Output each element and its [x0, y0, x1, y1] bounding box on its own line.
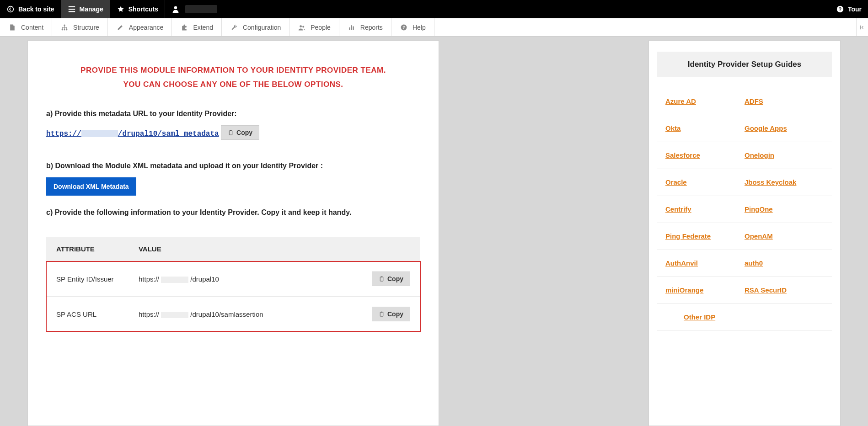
hierarchy-icon — [60, 23, 69, 32]
svg-rect-19 — [380, 312, 383, 316]
guide-link-openam[interactable]: OpenAM — [745, 232, 773, 240]
admin-toolbar-top: Back to site Manage Shortcuts ? Tour — [0, 0, 868, 18]
menu-structure[interactable]: Structure — [52, 18, 108, 36]
idp-guides-list: Azure ADADFS OktaGoogle Apps SalesforceO… — [649, 88, 840, 330]
table-header-attribute: ATTRIBUTE — [46, 237, 129, 261]
back-to-site-label: Back to site — [18, 5, 54, 13]
help-circle-icon: ? — [836, 5, 844, 13]
download-xml-button[interactable]: Download XML Metadata — [46, 177, 136, 196]
svg-rect-16 — [230, 130, 232, 131]
guide-link-jboss-keycloak[interactable]: Jboss Keycloak — [745, 178, 796, 186]
username-redacted — [185, 5, 217, 13]
svg-point-5 — [62, 29, 63, 30]
attr-value: https:// /drupal10 — [139, 275, 219, 283]
manage-link[interactable]: Manage — [61, 0, 110, 18]
menu-help-label: Help — [413, 24, 426, 31]
svg-point-8 — [300, 25, 302, 27]
guide-link-miniorange[interactable]: miniOrange — [665, 286, 703, 294]
guide-link-salesforce[interactable]: Salesforce — [665, 151, 700, 159]
guide-link-other-idp[interactable]: Other IDP — [684, 313, 715, 321]
wrench-icon — [230, 23, 238, 32]
menu-extend-label: Extend — [193, 24, 213, 31]
toolbar-orientation-toggle[interactable] — [856, 18, 868, 36]
back-to-site-link[interactable]: Back to site — [0, 0, 61, 18]
svg-point-7 — [66, 29, 67, 30]
page-body: PROVIDE THIS MODULE INFORMATION TO YOUR … — [0, 37, 868, 426]
clipboard-icon — [379, 311, 385, 317]
table-row: SP Entity ID/Issuer https:// /drupal10 C… — [46, 261, 420, 297]
clipboard-icon — [228, 130, 234, 136]
menu-content[interactable]: Content — [0, 18, 52, 36]
svg-rect-10 — [349, 27, 350, 30]
url-redacted — [81, 130, 118, 137]
svg-point-1 — [174, 6, 177, 9]
idp-guides-card: Identity Provider Setup Guides Azure ADA… — [648, 40, 841, 426]
guide-link-google-apps[interactable]: Google Apps — [745, 124, 787, 132]
attr-name: SP Entity ID/Issuer — [46, 261, 129, 297]
sp-attributes-table: ATTRIBUTE VALUE SP Entity ID/Issuer http… — [46, 237, 420, 331]
svg-point-9 — [302, 26, 304, 27]
chevron-left-circle-icon — [6, 5, 15, 13]
menu-structure-label: Structure — [73, 24, 99, 31]
svg-rect-12 — [353, 26, 354, 30]
guide-link-ping-federate[interactable]: Ping Federate — [665, 232, 711, 240]
svg-text:?: ? — [839, 7, 841, 12]
menu-configuration[interactable]: Configuration — [222, 18, 289, 36]
svg-point-6 — [64, 29, 65, 30]
menu-extend[interactable]: Extend — [172, 18, 222, 36]
people-icon — [298, 23, 306, 32]
help-icon: ? — [400, 23, 408, 32]
guide-link-onelogin[interactable]: Onelogin — [745, 151, 774, 159]
tour-link[interactable]: ? Tour — [830, 0, 868, 18]
menu-reports[interactable]: Reports — [339, 18, 391, 36]
metadata-url-link[interactable]: https:///drupal10/saml_metadata — [46, 130, 219, 138]
puzzle-icon — [180, 23, 188, 32]
step-b-label: b) Download the Module XML metadata and … — [46, 162, 420, 170]
menu-content-label: Content — [21, 24, 43, 31]
svg-rect-11 — [351, 25, 352, 30]
svg-point-4 — [64, 24, 65, 26]
step-a-label: a) Provide this metadata URL to your Ide… — [46, 110, 420, 118]
menu-appearance[interactable]: Appearance — [108, 18, 172, 36]
user-menu[interactable] — [165, 0, 224, 18]
star-icon — [117, 5, 125, 13]
idp-guides-title: Identity Provider Setup Guides — [657, 52, 832, 77]
menu-people[interactable]: People — [289, 18, 339, 36]
shortcuts-link[interactable]: Shortcuts — [110, 0, 165, 18]
svg-rect-18 — [381, 276, 383, 277]
guide-link-rsa-securid[interactable]: RSA SecurID — [745, 286, 787, 294]
menu-configuration-label: Configuration — [243, 24, 281, 31]
clipboard-icon — [379, 276, 385, 282]
copy-acs-url-button[interactable]: Copy — [372, 307, 410, 321]
guide-link-azure-ad[interactable]: Azure AD — [665, 97, 696, 105]
svg-rect-20 — [381, 311, 383, 312]
guide-link-authanvil[interactable]: AuthAnvil — [665, 259, 698, 267]
svg-text:?: ? — [402, 25, 405, 30]
table-row: SP ACS URL https:// /drupal10/samlassert… — [46, 297, 420, 332]
shortcuts-label: Shortcuts — [129, 5, 158, 13]
menu-help[interactable]: ? Help — [391, 18, 434, 36]
svg-rect-17 — [380, 277, 383, 281]
svg-rect-15 — [229, 131, 232, 135]
hamburger-icon — [68, 5, 76, 13]
guide-link-centrify[interactable]: Centrify — [665, 205, 691, 213]
file-icon — [8, 23, 16, 32]
admin-menu: Content Structure Appearance Extend Conf… — [0, 18, 868, 37]
guide-link-oracle[interactable]: Oracle — [665, 178, 687, 186]
guide-link-pingone[interactable]: PingOne — [745, 205, 773, 213]
user-icon — [171, 5, 180, 13]
copy-label: Copy — [236, 129, 252, 136]
table-header-value: VALUE — [129, 237, 420, 261]
guide-link-adfs[interactable]: ADFS — [745, 97, 763, 105]
menu-appearance-label: Appearance — [129, 24, 164, 31]
guide-link-okta[interactable]: Okta — [665, 124, 680, 132]
copy-metadata-url-button[interactable]: Copy — [221, 125, 259, 140]
copy-entity-id-button[interactable]: Copy — [372, 272, 410, 286]
guide-link-auth0[interactable]: auth0 — [745, 259, 763, 267]
menu-reports-label: Reports — [360, 24, 383, 31]
attr-name: SP ACS URL — [46, 297, 129, 332]
bar-chart-icon — [348, 23, 356, 32]
paintbrush-icon — [116, 23, 124, 32]
svg-point-0 — [8, 6, 14, 12]
card-heading: PROVIDE THIS MODULE INFORMATION TO YOUR … — [46, 64, 420, 91]
